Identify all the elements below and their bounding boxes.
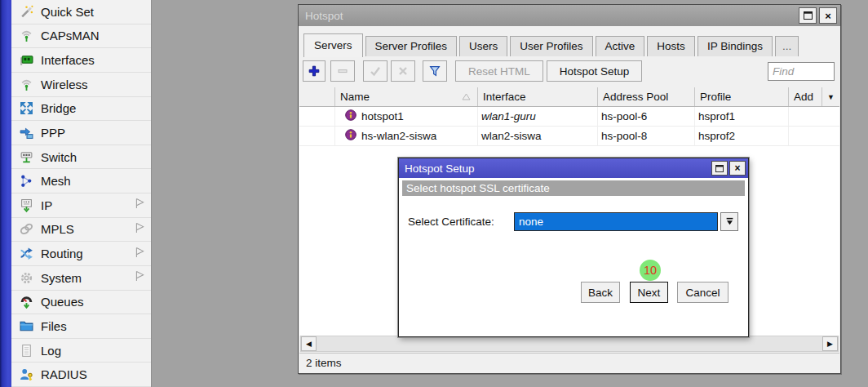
sidebar-item-capsman[interactable]: CAPsMAN xyxy=(11,24,151,49)
sidebar-item-label: Wireless xyxy=(41,78,144,91)
window-title: Hotspot xyxy=(305,10,343,22)
sidebar-item-label: PPP xyxy=(41,126,144,140)
sidebar-item-label: Interfaces xyxy=(41,53,144,67)
tab-servers[interactable]: Servers xyxy=(303,33,363,57)
tab-ip-bindings[interactable]: IP Bindings xyxy=(698,36,773,56)
tab-overflow[interactable]: ... xyxy=(775,36,799,56)
table-row[interactable]: hotspot1 wlan1-guru hs-pool-6 hsprof1 xyxy=(299,107,839,127)
filter-button[interactable] xyxy=(423,60,447,82)
certificate-select[interactable]: none xyxy=(514,212,718,231)
scroll-left-icon[interactable]: ◀ xyxy=(301,336,317,351)
close-icon[interactable]: × xyxy=(819,7,837,24)
sidebar-item-mpls[interactable]: MPLS xyxy=(11,218,151,242)
dialog-maximize-button[interactable] xyxy=(711,161,728,176)
window-titlebar[interactable]: Hotspot × xyxy=(299,5,840,26)
header-address-pool[interactable]: Address Pool xyxy=(598,87,695,106)
sidebar-accent-strip xyxy=(0,0,11,387)
server-profile: hsprof1 xyxy=(695,107,789,126)
funnel-icon xyxy=(429,65,441,77)
hotspot-server-icon xyxy=(345,109,356,123)
mpls-tag-icon xyxy=(19,222,33,237)
sidebar-item-label: MPLS xyxy=(41,222,128,236)
tab-user-profiles[interactable]: User Profiles xyxy=(510,36,592,56)
sort-ascending-icon xyxy=(462,91,471,103)
network-card-icon xyxy=(19,53,33,68)
submenu-arrow-icon xyxy=(135,247,144,261)
header-flags-column[interactable] xyxy=(299,87,335,106)
maximize-button[interactable] xyxy=(799,7,817,24)
hotspot-server-icon xyxy=(345,129,356,143)
magic-wand-icon xyxy=(19,4,33,19)
switch-icon xyxy=(19,149,33,164)
dialog-title: Hotspot Setup xyxy=(405,162,475,175)
ppp-connection-icon xyxy=(19,125,33,140)
header-interface[interactable]: Interface xyxy=(478,87,598,106)
sidebar-item-system[interactable]: System xyxy=(11,266,151,291)
sidebar-menu: Quick Set CAPsMAN Interfaces Wireless Br… xyxy=(11,0,151,387)
check-icon xyxy=(370,65,381,77)
tab-server-profiles[interactable]: Server Profiles xyxy=(365,36,458,56)
submenu-arrow-icon xyxy=(135,222,144,237)
minus-icon xyxy=(337,65,348,77)
reset-html-button[interactable]: Reset HTML xyxy=(455,60,543,82)
header-profile[interactable]: Profile xyxy=(695,87,789,106)
remove-button[interactable] xyxy=(330,60,355,82)
sidebar-item-quick-set[interactable]: Quick Set xyxy=(11,0,151,24)
tab-hosts[interactable]: Hosts xyxy=(647,36,695,56)
tab-users[interactable]: Users xyxy=(459,36,507,56)
disable-button[interactable] xyxy=(391,60,415,82)
sidebar-item-label: Queues xyxy=(41,295,144,309)
sidebar-item-label: Quick Set xyxy=(41,5,144,19)
enable-button[interactable] xyxy=(363,60,388,82)
scroll-right-icon[interactable]: ▶ xyxy=(822,336,838,351)
plus-icon xyxy=(308,65,320,77)
header-name[interactable]: Name xyxy=(335,87,478,106)
server-address-pool: hs-pool-6 xyxy=(598,107,695,126)
sidebar-item-wireless[interactable]: Wireless xyxy=(11,73,151,97)
annotation-step-badge: 10 xyxy=(640,260,661,281)
add-button[interactable] xyxy=(303,60,326,82)
dialog-titlebar[interactable]: Hotspot Setup × xyxy=(399,158,748,178)
wizard-step-banner: Select hotspot SSL certificate xyxy=(402,180,745,196)
sidebar-item-mesh[interactable]: Mesh xyxy=(11,169,151,194)
gear-icon xyxy=(19,270,33,285)
table-row[interactable]: hs-wlan2-siswa wlan2-siswa hs-pool-8 hsp… xyxy=(299,127,839,146)
tab-bar: Servers Server Profiles Users User Profi… xyxy=(303,32,835,56)
cancel-button[interactable]: Cancel xyxy=(677,282,728,303)
bridge-arrows-icon xyxy=(19,101,33,116)
sidebar-item-ip[interactable]: IP xyxy=(11,194,151,218)
back-button[interactable]: Back xyxy=(581,282,620,303)
sidebar-item-label: CAPsMAN xyxy=(41,29,144,42)
sidebar-item-switch[interactable]: Switch xyxy=(11,145,151,170)
sidebar-item-files[interactable]: Files xyxy=(11,314,151,339)
antenna-icon xyxy=(19,29,33,43)
hotspot-setup-button[interactable]: Hotspot Setup xyxy=(547,60,643,82)
chevron-down-icon[interactable]: ▼ xyxy=(822,87,839,106)
horizontal-scrollbar[interactable]: ◀ ▶ xyxy=(300,336,839,352)
status-bar: 2 items xyxy=(299,353,839,372)
dialog-close-icon[interactable]: × xyxy=(729,161,746,176)
dropdown-button[interactable] xyxy=(720,212,738,231)
find-input[interactable] xyxy=(768,62,835,81)
tab-active[interactable]: Active xyxy=(596,36,645,56)
sidebar-item-bridge[interactable]: Bridge xyxy=(11,97,151,122)
table-header: Name Interface Address Pool Profile Add … xyxy=(299,87,839,107)
sidebar-item-log[interactable]: Log xyxy=(11,339,151,363)
next-button[interactable]: Next xyxy=(630,282,668,303)
server-interface: wlan2-siswa xyxy=(478,127,598,145)
sidebar-item-interfaces[interactable]: Interfaces xyxy=(11,48,151,73)
sidebar-item-label: RADIUS xyxy=(41,367,144,381)
sidebar-item-routing[interactable]: Routing xyxy=(11,242,151,266)
header-add[interactable]: Add ▼ xyxy=(789,87,839,106)
sidebar-item-radius[interactable]: RADIUS xyxy=(11,363,151,387)
drop-down-arrow-icon xyxy=(725,217,734,226)
server-profile: hsprof2 xyxy=(695,127,789,145)
sidebar-item-queues[interactable]: Queues xyxy=(11,291,151,315)
user-key-icon xyxy=(19,367,33,382)
hotspot-setup-dialog: Hotspot Setup × Select hotspot SSL certi… xyxy=(398,158,749,337)
server-address-pool: hs-pool-8 xyxy=(598,127,695,145)
x-mark-icon xyxy=(397,65,409,77)
server-interface: wlan1-guru xyxy=(478,107,598,126)
submenu-arrow-icon xyxy=(135,270,144,285)
sidebar-item-ppp[interactable]: PPP xyxy=(11,121,151,145)
